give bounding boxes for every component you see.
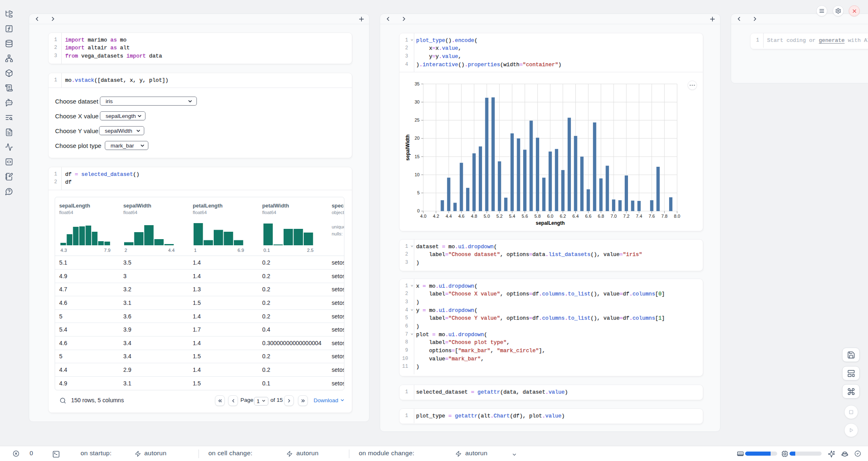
- svg-text:6.0: 6.0: [547, 214, 553, 219]
- svg-text:8.0: 8.0: [674, 214, 680, 219]
- svg-text:7.6: 7.6: [649, 214, 655, 219]
- svg-text:6.8: 6.8: [598, 214, 604, 219]
- svg-text:5: 5: [417, 190, 420, 195]
- svg-text:35: 35: [415, 81, 420, 86]
- svg-text:20: 20: [415, 136, 420, 141]
- svg-text:6.2: 6.2: [560, 214, 566, 219]
- svg-text:25: 25: [415, 118, 420, 122]
- svg-text:5.8: 5.8: [534, 214, 540, 219]
- svg-text:sepalWidth: sepalWidth: [405, 134, 411, 161]
- svg-text:4.8: 4.8: [471, 214, 477, 219]
- svg-text:7.4: 7.4: [636, 214, 642, 219]
- svg-text:7.0: 7.0: [610, 214, 616, 219]
- svg-text:7.2: 7.2: [623, 214, 629, 219]
- svg-text:4.4: 4.4: [446, 214, 452, 219]
- svg-text:5.6: 5.6: [522, 214, 528, 219]
- svg-text:5.4: 5.4: [509, 214, 515, 219]
- svg-text:15: 15: [415, 154, 420, 159]
- svg-text:7.8: 7.8: [661, 214, 667, 219]
- svg-text:10: 10: [415, 172, 420, 177]
- svg-text:4.2: 4.2: [433, 214, 439, 219]
- svg-text:4.6: 4.6: [458, 214, 464, 219]
- svg-text:4.0: 4.0: [420, 214, 426, 219]
- svg-text:6.6: 6.6: [585, 214, 591, 219]
- svg-text:30: 30: [415, 99, 420, 104]
- svg-text:5.2: 5.2: [496, 214, 503, 219]
- svg-text:6.4: 6.4: [573, 214, 579, 219]
- svg-text:0: 0: [417, 208, 420, 213]
- svg-text:5.0: 5.0: [484, 214, 490, 219]
- svg-text:sepalLength: sepalLength: [536, 220, 565, 226]
